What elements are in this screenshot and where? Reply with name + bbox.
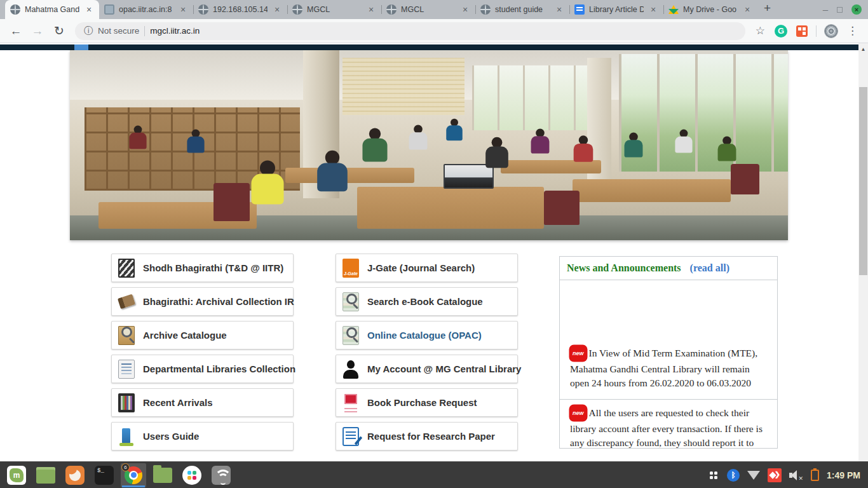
link-ebook-catalogue[interactable]: Search e-Book Catalogue (336, 287, 518, 316)
tab-title: My Drive - Goo (683, 5, 738, 14)
bookshelf-icon (118, 393, 135, 412)
info-icon[interactable]: ⓘ (84, 25, 93, 37)
tab-opac[interactable]: opac.iitr.ac.in:8 × (99, 0, 193, 19)
link-users-guide[interactable]: Users Guide (111, 422, 294, 451)
tab-mahatma-gandhi[interactable]: Mahatma Gand × (5, 0, 99, 19)
security-label: Not secure (98, 26, 139, 36)
terminal-launcher[interactable]: $_ (92, 463, 117, 487)
tab-title: Library Article D (589, 5, 644, 14)
tab-student-guide[interactable]: student guide × (475, 0, 569, 19)
window-controls: – × (823, 0, 862, 19)
chrome-taskbar-button[interactable]: 6 (121, 463, 146, 487)
tab-close-icon[interactable]: × (648, 4, 658, 15)
tab-close-icon[interactable]: × (178, 4, 188, 15)
file-manager-launcher[interactable] (150, 463, 175, 487)
photo-person (130, 125, 147, 149)
quick-links-left-column: Shodh Bhagirathi (T&D @ IITR) Bhagirathi… (111, 254, 294, 456)
toolbar-divider (816, 25, 817, 37)
new-badge: new (570, 346, 587, 361)
link-my-account[interactable]: My Account @ MG Central Library (336, 355, 518, 383)
photo-person (718, 136, 736, 161)
url-text[interactable]: mgcl.iitr.ac.in (150, 26, 200, 36)
globe-favicon-icon (386, 4, 397, 15)
photo-windows-mid (472, 65, 587, 130)
read-all-link[interactable]: (read all) (690, 262, 729, 274)
navbar-active-item-indicator (74, 44, 88, 50)
tab-library-article[interactable]: Library Article D × (569, 0, 663, 19)
show-desktop-button[interactable] (33, 463, 58, 487)
browser-toolbar: ← → ↻ ⓘ Not secure mgcl.iitr.ac.in ☆ G ⋮ (0, 19, 868, 43)
taskbar-clock[interactable]: 1:49 PM (827, 470, 860, 480)
page-scrollbar[interactable]: ▲ (858, 43, 868, 461)
link-bhagirathi-archival[interactable]: Bhagirathi: Archival Collection IR (111, 287, 294, 316)
scrollbar-up-arrow[interactable]: ▲ (858, 43, 868, 52)
tab-mgcl-1[interactable]: MGCL × (287, 0, 381, 19)
link-archive-catalogue[interactable]: Archive Catalogue (111, 321, 294, 349)
grammarly-extension-icon[interactable]: G (775, 25, 787, 37)
volume-muted-icon[interactable]: ✕ (789, 469, 803, 482)
link-departmental-libraries[interactable]: Departmental Libraries Collection (111, 355, 294, 383)
link-label: Archive Catalogue (143, 330, 227, 341)
close-window-button[interactable]: × (851, 4, 862, 15)
new-tab-button[interactable]: + (757, 1, 777, 18)
minimize-button[interactable]: – (823, 6, 828, 13)
link-jgate[interactable]: J-Gate J-Gate (Journal Search) (336, 254, 518, 282)
link-online-catalogue-opac[interactable]: Online Catalogue (OPAC) (336, 321, 518, 349)
network-settings-launcher[interactable] (208, 463, 234, 487)
tab-close-icon[interactable]: × (366, 4, 376, 15)
document-list-icon (118, 360, 135, 379)
browser-menu-icon[interactable]: ⋮ (843, 24, 862, 37)
reload-button[interactable]: ↻ (50, 24, 69, 38)
photo-person (446, 118, 463, 140)
tab-close-icon[interactable]: × (460, 4, 470, 15)
quick-links-middle-column: J-Gate J-Gate (Journal Search) Search e-… (336, 254, 518, 456)
mint-menu-button[interactable]: m (4, 463, 29, 487)
tab-close-icon[interactable]: × (742, 4, 752, 15)
forward-button[interactable]: → (28, 24, 47, 38)
profile-avatar[interactable] (824, 24, 838, 38)
scrollbar-thumb[interactable] (859, 87, 867, 275)
books-magnifier-icon (342, 326, 359, 345)
photo-person (187, 129, 204, 152)
anydesk-icon[interactable] (768, 468, 782, 482)
news-item: newIn View of Mid Term Examination (MTE)… (560, 280, 777, 399)
clipboard-pencil-icon (342, 427, 359, 446)
tab-close-icon[interactable]: × (84, 4, 94, 15)
wifi-signal-icon[interactable] (747, 471, 760, 480)
tab-mgcl-2[interactable]: MGCL × (381, 0, 475, 19)
photo-window-blinds (342, 58, 465, 115)
screenshot-extension-icon[interactable] (796, 25, 808, 37)
link-label: Search e-Book Catalogue (367, 296, 483, 307)
back-button[interactable]: ← (6, 24, 25, 38)
battery-icon[interactable] (811, 470, 819, 481)
photo-person (574, 135, 593, 161)
tab-my-drive[interactable]: My Drive - Goo × (663, 0, 757, 19)
photo-person (409, 125, 428, 149)
globe-favicon-icon (480, 4, 491, 15)
library-banner-photo (70, 50, 788, 240)
jgate-logo-icon: J-Gate (342, 259, 359, 278)
link-request-research-paper[interactable]: Request for Research Paper (336, 422, 518, 451)
thesis-stack-icon (118, 259, 135, 278)
tab-close-icon[interactable]: × (554, 4, 564, 15)
link-recent-arrivals[interactable]: Recent Arrivals (111, 388, 294, 417)
wifi-app-icon (212, 466, 231, 485)
link-book-purchase-request[interactable]: Book Purchase Request (336, 388, 518, 417)
archival-book-icon (118, 292, 135, 311)
photo-chair (544, 191, 580, 225)
slack-tray-icon[interactable] (708, 470, 719, 481)
slack-launcher[interactable] (179, 463, 205, 487)
address-bar[interactable]: ⓘ Not secure mgcl.iitr.ac.in (75, 22, 745, 40)
news-announcements-panel: News and Announcements (read all) newIn … (559, 256, 778, 449)
terminal-icon: $_ (95, 466, 114, 485)
bluetooth-icon[interactable]: ᛒ (727, 469, 740, 482)
tab-ip-address[interactable]: 192.168.105.14 × (193, 0, 287, 19)
photo-chair (731, 164, 759, 194)
photo-laptop (444, 164, 494, 189)
bookmark-star-icon[interactable]: ☆ (752, 24, 769, 37)
firefox-launcher[interactable] (62, 463, 88, 487)
link-shodh-bhagirathi[interactable]: Shodh Bhagirathi (T&D @ IITR) (111, 254, 294, 282)
tab-close-icon[interactable]: × (272, 4, 282, 15)
maximize-button[interactable] (837, 7, 843, 13)
photo-windows-greenery (619, 54, 788, 172)
